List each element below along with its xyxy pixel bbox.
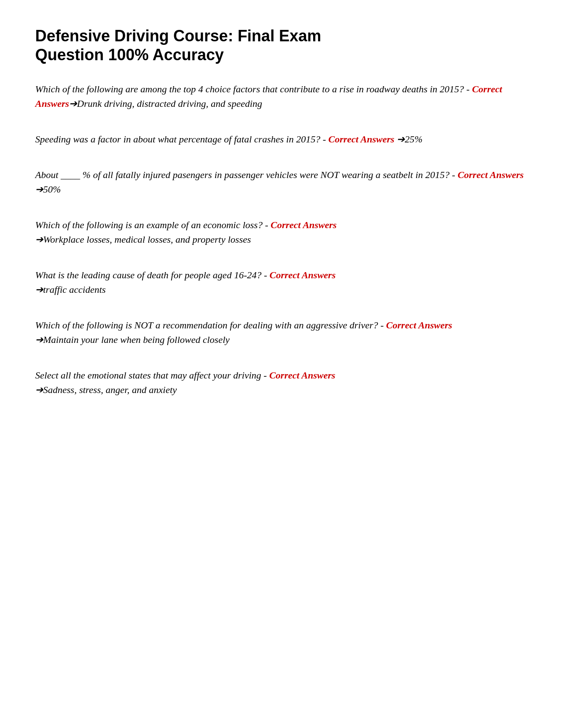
answer-1: ➔Drunk driving, distracted driving, and …	[69, 98, 262, 109]
question-prefix-7: Select all the emotional states that may…	[35, 370, 269, 381]
question-4: Which of the following is an example of …	[35, 218, 528, 247]
answer-3: ➔50%	[35, 184, 61, 195]
correct-answers-label-3: Correct Answers	[457, 169, 523, 180]
question-prefix-5: What is the leading cause of death for p…	[35, 269, 270, 280]
question-prefix-3: About ____ % of all fatally injured pase…	[35, 169, 457, 180]
qa-block-6: Which of the following is NOT a recommen…	[35, 318, 528, 347]
answer-7: ➔Sadness, stress, anger, and anxiety	[35, 384, 177, 395]
page-title: Defensive Driving Course: Final Exam Que…	[35, 26, 528, 64]
correct-answers-label-4: Correct Answers	[271, 219, 336, 230]
answer-6: ➔Maintain your lane when being followed …	[35, 334, 230, 345]
correct-answers-label-5: Correct Answers	[270, 269, 336, 280]
qa-block-5: What is the leading cause of death for p…	[35, 268, 528, 297]
question-prefix-1: Which of the following are among the top…	[35, 84, 472, 95]
answer-5: ➔traffic accidents	[35, 284, 106, 295]
question-1: Which of the following are among the top…	[35, 82, 528, 111]
question-3: About ____ % of all fatally injured pase…	[35, 167, 528, 197]
correct-answers-label-6: Correct Answers	[386, 320, 452, 331]
question-prefix-2: Speeding was a factor in about what perc…	[35, 134, 328, 145]
answer-2: ➔25%	[395, 134, 423, 145]
question-2: Speeding was a factor in about what perc…	[35, 132, 528, 146]
qa-block-3: About ____ % of all fatally injured pase…	[35, 167, 528, 197]
qa-block-1: Which of the following are among the top…	[35, 82, 528, 111]
question-prefix-4: Which of the following is an example of …	[35, 219, 271, 230]
question-prefix-6: Which of the following is NOT a recommen…	[35, 320, 386, 331]
correct-answers-label-2: Correct Answers	[328, 134, 394, 145]
qa-block-2: Speeding was a factor in about what perc…	[35, 132, 528, 146]
answer-4: ➔Workplace losses, medical losses, and p…	[35, 234, 251, 245]
correct-answers-label-7: Correct Answers	[269, 370, 335, 381]
question-5: What is the leading cause of death for p…	[35, 268, 528, 297]
qa-block-4: Which of the following is an example of …	[35, 218, 528, 247]
qa-block-7: Select all the emotional states that may…	[35, 368, 528, 397]
question-6: Which of the following is NOT a recommen…	[35, 318, 528, 347]
question-7: Select all the emotional states that may…	[35, 368, 528, 397]
